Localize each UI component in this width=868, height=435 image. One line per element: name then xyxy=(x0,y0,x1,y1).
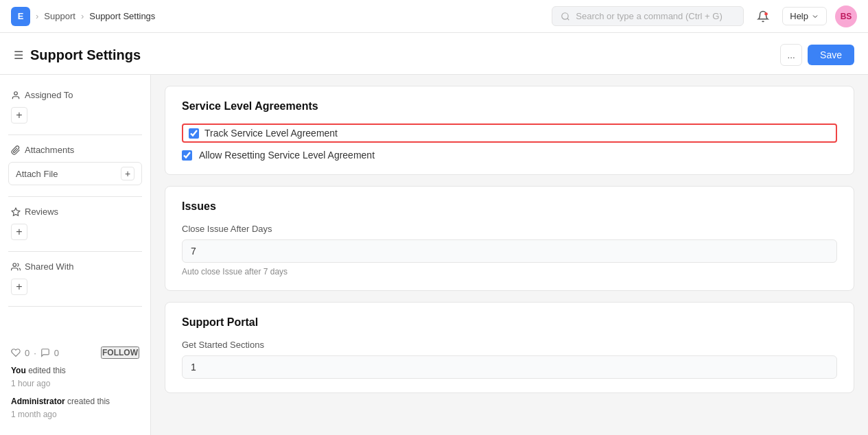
activity-time-2: 1 month ago xyxy=(11,410,57,419)
activity-actor-2: Administrator xyxy=(11,397,65,406)
track-sla-highlighted-row: Track Service Level Agreement xyxy=(182,124,837,143)
reviews-header-left: Reviews xyxy=(11,207,58,217)
page-header: ☰ Support Settings ... Save xyxy=(0,33,868,75)
assigned-to-add-button[interactable]: + xyxy=(11,107,27,124)
reviews-section: Reviews + xyxy=(8,202,142,240)
attachments-header-left: Attachments xyxy=(11,145,74,155)
get-started-label: Get Started Sections xyxy=(182,340,837,350)
issues-card-title: Issues xyxy=(182,200,837,213)
activity-actor-1: You xyxy=(11,366,26,375)
notification-button[interactable] xyxy=(752,5,774,27)
divider-1 xyxy=(8,134,142,135)
svg-point-0 xyxy=(562,12,568,19)
breadcrumb-area: E › Support › Support Settings xyxy=(11,7,155,26)
likes-count: 0 xyxy=(25,348,30,358)
top-navigation: E › Support › Support Settings Search or… xyxy=(0,0,868,33)
support-portal-title: Support Portal xyxy=(182,316,837,329)
shared-with-add-button[interactable]: + xyxy=(11,279,27,295)
breadcrumb-separator-1: › xyxy=(36,11,38,21)
help-label: Help xyxy=(790,11,808,21)
attachments-header: Attachments xyxy=(8,141,142,159)
divider-3 xyxy=(8,251,142,252)
assigned-to-label: Assigned To xyxy=(25,90,73,100)
shared-with-label: Shared With xyxy=(25,261,74,272)
search-bar[interactable]: Search or type a command (Ctrl + G) xyxy=(552,6,744,26)
reviews-add-button[interactable]: + xyxy=(11,224,27,240)
reset-sla-label: Allow Resetting Service Level Agreement xyxy=(199,150,375,161)
attach-file-label: Attach File xyxy=(16,169,58,179)
breadcrumb-current: Support Settings xyxy=(89,11,155,21)
help-button[interactable]: Help xyxy=(782,7,827,25)
svg-line-1 xyxy=(567,18,570,20)
breadcrumb-separator-2: › xyxy=(81,11,84,21)
activity-item-1: You edited this 1 hour ago xyxy=(11,364,139,390)
divider-2 xyxy=(8,196,142,197)
menu-toggle-icon[interactable]: ☰ xyxy=(14,49,23,62)
sla-card-title: Service Level Agreements xyxy=(182,100,837,113)
attach-file-row: Attach File + xyxy=(8,162,142,185)
comment-icon xyxy=(40,348,50,357)
comments-count: 0 xyxy=(54,348,59,358)
reviews-label: Reviews xyxy=(25,207,58,217)
topnav-actions: Search or type a command (Ctrl + G) Help… xyxy=(552,5,857,27)
follow-button[interactable]: FOLLOW xyxy=(101,346,139,359)
search-placeholder: Search or type a command (Ctrl + G) xyxy=(576,11,723,21)
activity-action-2: created this xyxy=(67,397,110,406)
activity-item-2: Administrator created this 1 month ago xyxy=(11,395,139,421)
svg-marker-4 xyxy=(12,208,20,215)
shared-with-header-left: Shared With xyxy=(11,261,74,272)
svg-point-3 xyxy=(14,91,18,95)
page-title-row: ☰ Support Settings xyxy=(14,47,141,63)
attachments-label: Attachments xyxy=(25,145,74,155)
support-portal-card: Support Portal Get Started Sections xyxy=(165,302,854,393)
divider-4 xyxy=(8,306,142,307)
sidebar-activity: You edited this 1 hour ago Administrator… xyxy=(11,364,139,421)
sla-card: Service Level Agreements Track Service L… xyxy=(165,86,854,175)
assigned-to-header-left: Assigned To xyxy=(11,90,73,100)
breadcrumb-support[interactable]: Support xyxy=(44,11,75,21)
main-content: Service Level Agreements Track Service L… xyxy=(151,75,868,435)
attachments-section: Attachments Attach File + xyxy=(8,141,142,185)
attach-file-button[interactable]: + xyxy=(121,167,134,180)
close-issue-hint: Auto close Issue after 7 days xyxy=(182,267,837,277)
reset-sla-checkbox[interactable] xyxy=(182,150,192,161)
chevron-down-icon xyxy=(811,12,819,21)
svg-point-2 xyxy=(765,12,769,16)
sidebar-footer: 0 · 0 FOLLOW You edited this 1 hour ago … xyxy=(8,341,142,427)
people-icon xyxy=(11,262,21,272)
star-icon xyxy=(11,207,21,217)
assigned-to-section: Assigned To + xyxy=(8,86,142,124)
activity-time-1: 1 hour ago xyxy=(11,379,50,388)
paperclip-icon xyxy=(11,145,21,155)
save-button[interactable]: Save xyxy=(808,45,854,65)
close-issue-input[interactable] xyxy=(182,239,837,263)
avatar[interactable]: BS xyxy=(835,5,857,27)
header-actions: ... Save xyxy=(780,44,854,66)
svg-point-5 xyxy=(13,263,16,266)
issues-card: Issues Close Issue After Days Auto close… xyxy=(165,186,854,291)
app-icon[interactable]: E xyxy=(11,7,30,26)
shared-with-section: Shared With + xyxy=(8,257,142,295)
assigned-to-header: Assigned To xyxy=(8,86,142,104)
reset-sla-row: Allow Resetting Service Level Agreement xyxy=(182,150,837,161)
shared-with-header: Shared With xyxy=(8,257,142,276)
stat-dot: · xyxy=(34,348,36,358)
reviews-header: Reviews xyxy=(8,202,142,221)
person-icon xyxy=(11,91,21,100)
body-layout: Assigned To + Attachments Attach File + xyxy=(0,75,868,435)
close-issue-label: Close Issue After Days xyxy=(182,224,837,234)
heart-icon xyxy=(11,348,21,357)
track-sla-label: Track Service Level Agreement xyxy=(204,128,338,139)
bell-icon xyxy=(757,10,769,23)
search-icon xyxy=(561,12,570,21)
more-button[interactable]: ... xyxy=(780,44,802,66)
activity-action-1: edited this xyxy=(28,366,66,375)
page-title: Support Settings xyxy=(30,47,141,63)
get-started-input[interactable] xyxy=(182,355,837,379)
sidebar-stats: 0 · 0 FOLLOW xyxy=(11,346,139,359)
track-sla-checkbox[interactable] xyxy=(189,128,199,139)
sidebar: Assigned To + Attachments Attach File + xyxy=(0,75,151,435)
